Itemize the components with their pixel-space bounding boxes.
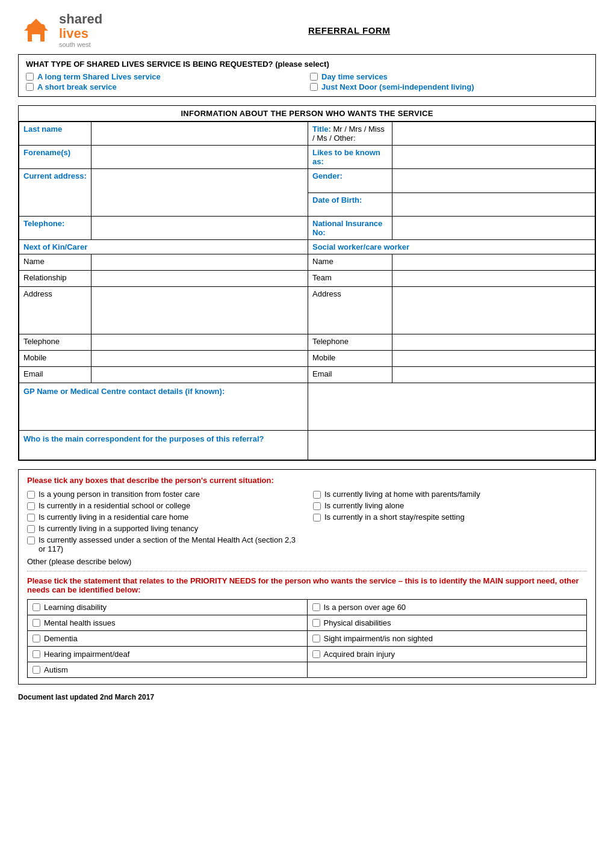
priority-physical-disabilities: Physical disabilities: [307, 615, 587, 631]
checkbox-mental-health-act[interactable]: [27, 537, 35, 544]
priority-autism: Autism: [28, 662, 308, 678]
kin-telephone-label: Telephone: [19, 334, 91, 351]
priority-statement: Please tick the statement that relates t…: [27, 576, 587, 594]
last-name-field[interactable]: [91, 122, 308, 146]
info-section: INFORMATION ABOUT THE PERSON WHO WANTS T…: [18, 105, 596, 461]
logo-shared: shared: [59, 12, 102, 26]
checkbox-over-60[interactable]: [312, 603, 320, 611]
svg-point-3: [27, 24, 33, 30]
service-option-day-time[interactable]: Day time services: [310, 72, 588, 81]
checkbox-living-with-family[interactable]: [313, 491, 321, 499]
situation-options: Is a young person in transition from fos…: [27, 490, 587, 553]
checkbox-residential-school[interactable]: [27, 502, 35, 510]
kin-sw-header-row: Next of Kin/Carer Social worker/care wor…: [19, 240, 595, 254]
situation-title: Please tick any boxes that describe the …: [27, 476, 587, 485]
sw-telephone-label: Telephone: [308, 334, 392, 351]
checkbox-just-next-door[interactable]: [310, 83, 318, 91]
priority-row-3: Dementia Sight impairment/is non sighted: [28, 631, 587, 647]
kin-sw-rel-row: Relationship Team: [19, 271, 595, 287]
checkbox-care-home[interactable]: [27, 514, 35, 522]
priority-table: Learning disability Is a person over age…: [27, 599, 587, 678]
telephone-label: Telephone:: [19, 217, 91, 240]
service-option-long-term[interactable]: A long term Shared Lives service: [26, 72, 304, 81]
sw-team-label: Team: [308, 271, 392, 287]
checkbox-learning-disability[interactable]: [33, 603, 40, 611]
sw-address-field[interactable]: [392, 287, 595, 334]
title-field[interactable]: [392, 122, 595, 146]
kin-relationship-field[interactable]: [91, 271, 308, 287]
kin-telephone-field[interactable]: [91, 334, 308, 351]
gp-field[interactable]: [23, 396, 303, 417]
situation-respite-setting[interactable]: Is currently in a short stay/respite set…: [313, 512, 587, 522]
checkbox-physical-disabilities[interactable]: [312, 619, 320, 627]
logo: shared lives south west: [18, 12, 102, 48]
checkbox-respite-setting[interactable]: [313, 514, 321, 522]
checkbox-living-alone[interactable]: [313, 502, 321, 510]
telephone-field[interactable]: [91, 217, 308, 240]
checkbox-mental-health[interactable]: [33, 619, 40, 627]
situation-residential-school[interactable]: Is currently in a residential school or …: [27, 501, 301, 510]
sw-telephone-field[interactable]: [392, 334, 595, 351]
gp-value-field[interactable]: [308, 383, 595, 431]
checkbox-long-term[interactable]: [26, 73, 34, 81]
current-address-label: Current address:: [19, 169, 91, 217]
service-option-just-next-door[interactable]: Just Next Door (semi-independent living): [310, 82, 588, 91]
priority-learning-disability: Learning disability: [28, 600, 308, 615]
national-insurance-field[interactable]: [392, 217, 595, 240]
kin-address-field[interactable]: [91, 287, 308, 334]
situation-mental-health-act[interactable]: Is currently assessed under a section of…: [27, 535, 301, 553]
dob-field[interactable]: [392, 192, 595, 217]
kin-email-field[interactable]: [91, 367, 308, 383]
priority-row-2: Mental health issues Physical disabiliti…: [28, 615, 587, 631]
priority-dementia: Dementia: [28, 631, 308, 647]
situation-living-alone[interactable]: Is currently living alone: [313, 501, 587, 510]
situation-foster-care[interactable]: Is a young person in transition from fos…: [27, 490, 301, 499]
forename-label: Forename(s): [19, 146, 91, 169]
checkbox-foster-care[interactable]: [27, 491, 35, 499]
kin-sw-address-row: Address Address: [19, 287, 595, 334]
kin-sw-name-row: Name Name: [19, 254, 595, 271]
checkbox-day-time[interactable]: [310, 73, 318, 81]
situation-care-home[interactable]: Is currently living in a residential car…: [27, 512, 301, 522]
social-worker-header: Social worker/care worker: [308, 240, 595, 254]
service-option-short-break[interactable]: A short break service: [26, 82, 304, 91]
situation-supported-living[interactable]: Is currently living in a supported livin…: [27, 524, 301, 533]
kin-name-field[interactable]: [91, 254, 308, 271]
checkbox-supported-living[interactable]: [27, 525, 35, 533]
document-footer: Document last updated 2nd March 2017: [18, 693, 596, 701]
gender-field[interactable]: [392, 169, 595, 193]
correspondent-field[interactable]: [308, 431, 595, 460]
logo-suffix: south west: [59, 41, 102, 48]
kin-email-label: Email: [19, 367, 91, 383]
sw-team-field[interactable]: [392, 271, 595, 287]
priority-hearing-impairment: Hearing impairment/deaf: [28, 647, 308, 662]
other-field-label: Other (please describe below): [27, 557, 587, 566]
forename-row: Forename(s) Likes to be known as:: [19, 146, 595, 169]
checkbox-dementia[interactable]: [33, 635, 40, 642]
priority-row-4: Hearing impairment/deaf Acquired brain i…: [28, 647, 587, 662]
sw-name-field[interactable]: [392, 254, 595, 271]
kin-relationship-label: Relationship: [19, 271, 91, 287]
service-type-section: WHAT TYPE OF SHARED LIVES SERVICE IS BEI…: [18, 54, 596, 97]
correspondent-label: Who is the main correspondent for the pu…: [23, 434, 264, 443]
likes-field[interactable]: [392, 146, 595, 169]
checkbox-autism[interactable]: [33, 666, 40, 674]
checkbox-brain-injury[interactable]: [312, 650, 320, 658]
forename-field[interactable]: [91, 146, 308, 169]
situation-living-with-family[interactable]: Is currently living at home with parents…: [313, 490, 587, 499]
address-field[interactable]: [91, 169, 308, 217]
sw-email-label: Email: [308, 367, 392, 383]
priority-mental-health: Mental health issues: [28, 615, 308, 631]
dob-label: Date of Birth:: [308, 192, 392, 217]
priority-sight-impairment: Sight impairment/is non sighted: [307, 631, 587, 647]
checkbox-short-break[interactable]: [26, 83, 34, 91]
priority-row-5: Autism: [28, 662, 587, 678]
sw-mobile-field[interactable]: [392, 351, 595, 367]
kin-mobile-field[interactable]: [91, 351, 308, 367]
checkbox-sight-impairment[interactable]: [312, 635, 320, 642]
checkbox-hearing-impairment[interactable]: [33, 650, 40, 658]
next-of-kin-header: Next of Kin/Carer: [19, 240, 308, 254]
sw-email-field[interactable]: [392, 367, 595, 383]
kin-sw-telephone-row: Telephone Telephone: [19, 334, 595, 351]
telephone-row: Telephone: National Insurance No:: [19, 217, 595, 240]
